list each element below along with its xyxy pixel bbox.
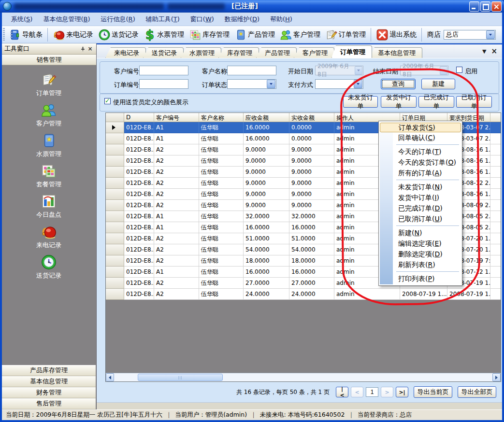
context-menu-todays-shipped-orders[interactable]: 今天的发货订单(O)	[380, 157, 461, 168]
toolbar-call-records-button[interactable]: 来电记录	[50, 28, 96, 42]
menu-data-maintenance[interactable]: 数据维护(D)	[219, 13, 265, 26]
menu-help[interactable]: 帮助(H)	[265, 13, 298, 26]
sidebar-item-call-records[interactable]: 来电记录	[2, 221, 96, 251]
context-menu-print-list[interactable]: 打印列表(P)	[380, 273, 461, 284]
context-menu-edit-selected[interactable]: 编辑选定项(E)	[380, 238, 461, 249]
sidebar-section-sales[interactable]: 销售管理	[2, 55, 96, 65]
order-code-input[interactable]	[139, 79, 188, 89]
context-menu-unshipped-orders[interactable]: 未发货订单(N)	[380, 182, 461, 192]
menu-system[interactable]: 系统(S)	[6, 13, 38, 26]
toolbar-orders-button[interactable]: 订单管理	[323, 28, 368, 42]
tab-basic-info-management[interactable]: 基本信息管理	[369, 47, 422, 58]
tab-delivery-records[interactable]: 送货记录	[143, 47, 184, 58]
sidebar-item-orders[interactable]: 订单管理	[2, 69, 96, 99]
sidebar-item-water-tickets[interactable]: 水票管理	[2, 129, 96, 160]
sidebar-item-packages[interactable]: 套餐管理	[2, 160, 96, 190]
unshipped-orders-button[interactable]: 未发货订单	[343, 96, 378, 108]
context-menu-ship-order[interactable]: 订单发货(S)	[380, 123, 461, 132]
row-selector	[106, 267, 124, 278]
cell-customer_name: 伍华聪	[199, 244, 244, 255]
sidebar-section-basic-info-management[interactable]: 基本信息管理	[2, 376, 96, 387]
scroll-right-icon[interactable]	[492, 373, 501, 381]
maximize-button[interactable]	[480, 1, 490, 12]
next-page-button[interactable]: >	[381, 387, 393, 397]
export-all-pages-button[interactable]: 导出全部页	[458, 386, 496, 398]
toolbar-products-button[interactable]: 产品管理	[232, 28, 277, 42]
cell-received: 18.0000	[289, 255, 334, 267]
row-selector	[106, 289, 124, 300]
tab-close-icon[interactable]: ×	[491, 47, 497, 56]
export-current-page-button[interactable]: 导出当前页	[414, 386, 452, 398]
first-page-button[interactable]: |<	[336, 387, 348, 397]
shipping-orders-button[interactable]: 发货中订单	[381, 96, 417, 108]
last-page-button[interactable]: >|	[396, 387, 408, 397]
cell-customer_name: 伍华聪	[199, 155, 244, 167]
column-header-2[interactable]: 客户名称	[199, 113, 244, 122]
menu-runtime-info[interactable]: 运行信息(R)	[96, 13, 141, 26]
enable-checkbox[interactable]	[456, 67, 462, 73]
completed-orders-button[interactable]: 已完成订单	[418, 96, 454, 108]
end-date-picker[interactable]: 2009年 6月 8日	[400, 66, 448, 75]
cell-customer_code: A1	[154, 133, 199, 144]
tab-orders[interactable]: 订单管理	[331, 45, 372, 58]
tab-products[interactable]: 产品管理	[256, 47, 297, 58]
page-number-input[interactable]	[366, 387, 378, 397]
cancelled-orders-button[interactable]: 已取消订单	[456, 96, 492, 108]
context-menu-cancelled-orders[interactable]: 已取消订单(U)	[380, 213, 461, 224]
shop-select[interactable]: 总店	[444, 30, 496, 40]
pin-icon[interactable]	[79, 45, 86, 53]
close-panel-icon[interactable]: ×	[86, 45, 94, 53]
context-menu-completed-orders[interactable]: 已完成订单(D)	[380, 203, 461, 213]
cell-customer_code: A2	[154, 244, 199, 255]
tab-inventory[interactable]: 库存管理	[218, 47, 259, 58]
pay-method-select[interactable]	[315, 79, 363, 89]
menu-window[interactable]: 窗口(W)	[185, 13, 219, 26]
toolbar-water-tickets-button[interactable]: $水票管理	[141, 28, 187, 42]
menu-basic-info-management[interactable]: 基本信息管理(B)	[38, 13, 95, 26]
tab-water-tickets[interactable]: 水票管理	[181, 47, 221, 58]
cell-filler	[490, 255, 501, 267]
horizontal-scrollbar[interactable]	[106, 373, 501, 381]
query-button[interactable]: 查询	[381, 79, 416, 89]
menu-auxiliary-tools[interactable]: 辅助工具(T)	[141, 13, 185, 26]
column-header-0[interactable]: D	[124, 113, 154, 122]
sidebar-section-after-sales-management[interactable]: 售后管理	[2, 398, 96, 409]
minimize-button[interactable]	[469, 1, 479, 12]
toolbar-delivery-records-button[interactable]: 送货记录	[96, 28, 141, 42]
customer-code-input[interactable]	[139, 66, 188, 75]
sidebar-section-product-inventory-management[interactable]: 产品库存管理	[2, 365, 96, 376]
sidebar-item-delivery-records[interactable]: 送货记录	[2, 251, 96, 281]
pagination-bar: 共 16 条记录，每页 50 条，共 1 页 |< < > >| 导出当前页 导…	[97, 385, 502, 399]
table-row[interactable]: 012D-E8...A2伍华聪24.000024.0000admin2008-0…	[106, 289, 501, 300]
tab-customers[interactable]: 客户管理	[294, 47, 334, 58]
context-menu-todays-orders[interactable]: 今天的订单(T)	[380, 146, 461, 157]
customer-name-input[interactable]	[227, 66, 276, 75]
column-header-1[interactable]: 客户编号	[154, 113, 199, 122]
new-button[interactable]: 新建	[421, 79, 455, 89]
column-header-4[interactable]: 实收金额	[289, 113, 334, 122]
order-status-select[interactable]	[227, 79, 276, 89]
context-menu-shipping-orders[interactable]: 发货中订单(I)	[380, 192, 461, 203]
close-button[interactable]	[491, 1, 502, 12]
start-date-picker[interactable]: 2009年 6月 8日	[315, 66, 363, 75]
tab-call-records[interactable]: 来电记录	[105, 47, 146, 58]
context-menu-new-order[interactable]: 新建(N)	[380, 227, 461, 238]
scroll-left-icon[interactable]	[106, 373, 114, 381]
toolbar-navigator-button[interactable]: 导航条	[6, 28, 45, 42]
tab-list-dropdown-icon[interactable]: ▼	[482, 48, 486, 55]
context-menu-all-orders[interactable]: 所有的订单(A)	[380, 168, 461, 178]
toolbar-exit-system-button[interactable]: 退出系统	[374, 28, 419, 42]
toolbar-inventory-button[interactable]: 库存管理	[187, 28, 232, 42]
sidebar-item-customers[interactable]: 客户管理	[2, 99, 96, 129]
prev-page-button[interactable]: <	[351, 387, 363, 397]
context-menu-delete-selected[interactable]: 删除选定项(D)	[380, 249, 461, 259]
context-menu-refresh-list[interactable]: 刷新列表(R)	[380, 259, 461, 270]
sidebar-item-today-inventory[interactable]: 今日盘点	[2, 190, 96, 221]
context-menu-receipt-confirm[interactable]: 回单确认(C)	[380, 132, 461, 143]
color-display-checkbox[interactable]	[104, 98, 111, 104]
sidebar-section-finance-management[interactable]: 财务管理	[2, 387, 96, 398]
toolbar-customers-button[interactable]: 客户管理	[277, 28, 323, 42]
scrollbar-thumb[interactable]	[138, 374, 223, 381]
column-header-3[interactable]: 应收金额	[244, 113, 289, 122]
cell-receivable: 54.0000	[244, 244, 289, 255]
